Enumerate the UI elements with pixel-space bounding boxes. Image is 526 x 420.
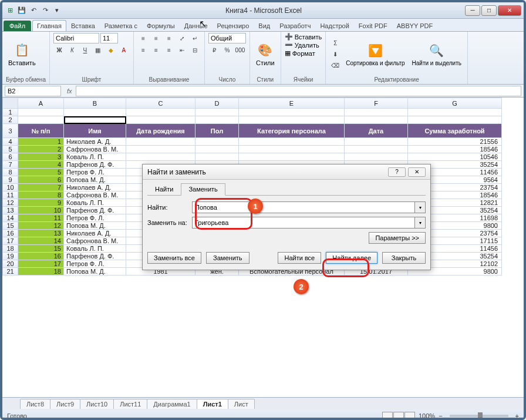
cell[interactable]: 7 — [18, 184, 64, 191]
cell[interactable]: Сафронова В. М. — [64, 191, 126, 199]
cell[interactable] — [239, 146, 345, 153]
undo-icon[interactable]: ↶ — [28, 5, 39, 16]
find-select-button[interactable]: 🔍 Найти и выделить — [410, 41, 464, 68]
sheet-tab[interactable]: Лист8 — [20, 399, 50, 409]
cell[interactable] — [345, 138, 408, 146]
row-header[interactable]: 13 — [3, 207, 18, 214]
zoom-slider[interactable] — [450, 415, 508, 417]
cell[interactable]: 5 — [18, 169, 64, 176]
cells-insert-button[interactable]: ➕Вставить — [285, 33, 322, 41]
wrap-button[interactable]: ↵ — [189, 33, 201, 43]
replace-dropdown-button[interactable]: ▾ — [415, 217, 426, 229]
align-bot-button[interactable]: ≡ — [163, 33, 175, 43]
cell[interactable]: 16 — [18, 253, 64, 260]
cell[interactable]: Коваль Л. П. — [64, 153, 126, 161]
view-layout-button[interactable] — [393, 412, 404, 420]
dialog-help-button[interactable]: ? — [388, 167, 406, 177]
row-header[interactable]: 14 — [3, 214, 18, 222]
align-center-button[interactable]: ≡ — [150, 45, 162, 55]
sheet-tab[interactable]: Лист — [228, 399, 255, 409]
cell[interactable]: 12 — [18, 222, 64, 230]
font-name-combo[interactable] — [53, 33, 99, 43]
table-header-cell[interactable]: Пол — [195, 124, 239, 138]
font-color-button[interactable]: A — [118, 45, 130, 55]
row-header[interactable]: 1 — [3, 109, 18, 116]
redo-icon[interactable]: ↷ — [40, 5, 50, 16]
dialog-close-button[interactable]: ✕ — [408, 167, 426, 177]
row-header[interactable]: 19 — [3, 253, 18, 260]
row-header[interactable]: 18 — [3, 245, 18, 253]
orient-button[interactable]: ⤢ — [176, 33, 188, 43]
row-header[interactable]: 4 — [3, 138, 18, 146]
cell[interactable] — [345, 153, 408, 161]
cell[interactable]: Коваль Л. П. — [64, 199, 126, 207]
cell[interactable]: 18546 — [408, 146, 502, 153]
align-top-button[interactable]: ≡ — [137, 33, 149, 43]
cell[interactable]: 4 — [18, 161, 64, 169]
cell[interactable]: 11 — [18, 214, 64, 222]
col-header[interactable]: F — [345, 98, 408, 109]
name-box[interactable] — [5, 86, 61, 96]
fill-color-button[interactable]: ◆ — [105, 45, 117, 55]
tab-review[interactable]: Рецензиро — [213, 20, 254, 31]
cell[interactable]: Попова М. Д. — [64, 268, 126, 275]
row-header[interactable]: 11 — [3, 191, 18, 199]
select-all-corner[interactable] — [3, 98, 18, 109]
col-header[interactable]: B — [64, 98, 126, 109]
cell[interactable]: 17 — [18, 260, 64, 268]
table-header-cell[interactable]: Сумма заработной — [408, 124, 502, 138]
table-header-cell[interactable]: Категория персонала — [239, 124, 345, 138]
col-header[interactable]: C — [126, 98, 195, 109]
sheet-tab[interactable]: Лист10 — [80, 399, 114, 409]
params-button[interactable]: Параметры >> — [369, 232, 426, 244]
row-header[interactable]: 12 — [3, 199, 18, 207]
percent-button[interactable]: % — [221, 45, 233, 55]
cell[interactable]: Сафронова В. М. — [64, 237, 126, 245]
tab-foxit[interactable]: Foxit PDF — [354, 20, 392, 31]
comma-button[interactable]: 000 — [234, 45, 246, 55]
cell[interactable]: Николаев А. Д. — [64, 230, 126, 237]
bold-button[interactable]: Ж — [53, 45, 65, 55]
zoom-in-button[interactable]: + — [515, 412, 519, 419]
cell[interactable]: 21556 — [408, 138, 502, 146]
font-size-combo[interactable] — [100, 33, 118, 43]
align-right-button[interactable]: ≡ — [163, 45, 175, 55]
sheet-tab[interactable]: Лист11 — [113, 399, 147, 409]
paste-button[interactable]: 📋 Вставить — [6, 41, 38, 68]
cell[interactable]: 9 — [18, 199, 64, 207]
table-header-cell[interactable]: Дата — [345, 124, 408, 138]
cell[interactable] — [195, 153, 239, 161]
currency-button[interactable]: ₽ — [208, 45, 220, 55]
cell[interactable]: 14 — [18, 237, 64, 245]
replace-all-button[interactable]: Заменить все — [147, 252, 201, 264]
cell[interactable]: 10 — [18, 207, 64, 214]
maximize-button[interactable]: □ — [481, 5, 497, 16]
fx-icon[interactable]: fx — [63, 88, 76, 95]
cell[interactable]: 13 — [18, 230, 64, 237]
table-header-cell[interactable]: Имя — [64, 124, 126, 138]
col-header[interactable]: E — [239, 98, 345, 109]
tab-formulas[interactable]: Формулы — [142, 20, 180, 31]
tab-view[interactable]: Вид — [254, 20, 275, 31]
row-header[interactable]: 5 — [3, 146, 18, 153]
cell[interactable]: 10546 — [408, 153, 502, 161]
styles-button[interactable]: 🎨 Стили — [254, 41, 277, 68]
cell[interactable]: 8 — [18, 191, 64, 199]
find-all-button[interactable]: Найти все — [278, 252, 321, 264]
cell[interactable]: Сафронова В. М. — [64, 146, 126, 153]
border-button[interactable]: ▦ — [92, 45, 104, 55]
row-header[interactable]: 15 — [3, 222, 18, 230]
tab-home[interactable]: Главная — [32, 20, 66, 31]
number-format-combo[interactable] — [208, 33, 246, 43]
row-header[interactable]: 21 — [3, 268, 18, 275]
cells-format-button[interactable]: ▦Формат — [285, 49, 315, 57]
cell[interactable] — [239, 153, 345, 161]
cell[interactable]: Парфенов Д. Ф. — [64, 161, 126, 169]
cell[interactable]: 2 — [18, 146, 64, 153]
cell[interactable] — [239, 138, 345, 146]
cell[interactable] — [126, 146, 195, 153]
active-cell[interactable] — [64, 116, 126, 124]
cell[interactable]: Петров Ф. Л. — [64, 214, 126, 222]
row-header[interactable]: 2 — [3, 116, 18, 124]
dialog-tab-replace[interactable]: Заменить — [181, 183, 225, 196]
